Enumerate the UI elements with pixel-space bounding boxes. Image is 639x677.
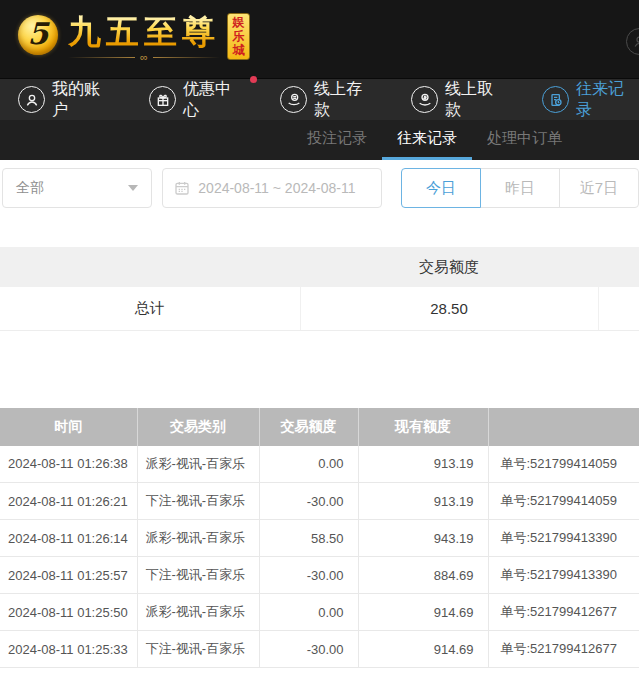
transactions-header-row: 时间 交易类别 交易额度 现有额度 (0, 408, 639, 446)
cell-balance: 913.19 (358, 446, 488, 483)
cell-amount: -30.00 (259, 483, 358, 520)
cell-time: 2024-08-11 01:26:14 (0, 520, 137, 557)
cell-type: 派彩-视讯-百家乐 (137, 520, 259, 557)
cell-amount: 0.00 (259, 446, 358, 483)
nav-label: 优惠中心 (183, 79, 246, 121)
date-range-input[interactable]: 2024-08-11 ~ 2024-08-11 (162, 168, 382, 208)
cell-balance: 914.69 (358, 594, 488, 631)
brand-header: 5 九五至尊 ∞ 娱 乐 城 (0, 0, 639, 78)
withdraw-icon (411, 86, 438, 113)
cell-type: 派彩-视讯-百家乐 (137, 446, 259, 483)
cell-amount: 58.50 (259, 520, 358, 557)
cell-amount: -30.00 (259, 557, 358, 594)
cell-time: 2024-08-11 01:26:38 (0, 446, 137, 483)
brand-title: 九五至尊 (68, 15, 220, 48)
col-header-type: 交易类别 (137, 408, 259, 446)
cell-type: 派彩-视讯-百家乐 (137, 594, 259, 631)
today-button[interactable]: 今日 (401, 168, 481, 208)
nav-label: 线上取款 (445, 79, 508, 121)
table-row: 2024-08-11 01:25:57 下注-视讯-百家乐 -30.00 884… (0, 557, 639, 594)
cell-balance: 884.69 (358, 557, 488, 594)
transactions-table: 时间 交易类别 交易额度 现有额度 2024-08-11 01:26:38 派彩… (0, 408, 639, 669)
cell-type: 下注-视讯-百家乐 (137, 483, 259, 520)
gift-icon (149, 86, 176, 113)
brand-logo-glyph: 5 (28, 19, 49, 49)
record-tabs: 投注记录 往来记录 处理中订单 (0, 120, 639, 160)
nav-item-withdraw[interactable]: 线上取款 (411, 79, 508, 121)
tab-betting-records[interactable]: 投注记录 (292, 120, 382, 160)
col-header-time: 时间 (0, 408, 137, 446)
brand-logo[interactable]: 5 (18, 15, 58, 55)
cell-balance: 914.69 (358, 631, 488, 668)
nav-label: 我的账户 (52, 79, 115, 121)
nav-label: 往来记录 (576, 79, 639, 121)
brand-block: 九五至尊 ∞ (68, 15, 220, 64)
table-row: 2024-08-11 01:26:21 下注-视讯-百家乐 -30.00 913… (0, 483, 639, 520)
cell-order: 单号:521799414059 (488, 446, 639, 483)
records-icon (542, 86, 569, 113)
col-header-order (488, 408, 639, 446)
nav-item-transaction-records[interactable]: 往来记录 (542, 79, 639, 121)
cell-order: 单号:521799413390 (488, 520, 639, 557)
cell-time: 2024-08-11 01:25:33 (0, 631, 137, 668)
cell-order: 单号:521799414059 (488, 483, 639, 520)
category-select-value: 全部 (16, 179, 44, 197)
tab-pending-orders[interactable]: 处理中订单 (472, 120, 577, 160)
summary-total-row: 总计 28.50 (0, 287, 639, 330)
cell-time: 2024-08-11 01:25:50 (0, 594, 137, 631)
cell-balance: 943.19 (358, 520, 488, 557)
cell-amount: -30.00 (259, 631, 358, 668)
cell-time: 2024-08-11 01:25:57 (0, 557, 137, 594)
cell-type: 下注-视讯-百家乐 (137, 557, 259, 594)
table-row: 2024-08-11 01:26:14 派彩-视讯-百家乐 58.50 943.… (0, 520, 639, 557)
cell-type: 下注-视讯-百家乐 (137, 631, 259, 668)
cell-order: 单号:521799412677 (488, 594, 639, 631)
customer-service-icon[interactable] (626, 28, 639, 55)
col-header-balance: 现有额度 (358, 408, 488, 446)
yesterday-button[interactable]: 昨日 (480, 168, 560, 208)
summary-header-amount: 交易额度 (300, 247, 598, 287)
brand-flourish: ∞ (68, 52, 220, 64)
badge-char: 乐 (233, 29, 245, 43)
quick-date-buttons: 今日 昨日 近7日 (401, 168, 639, 220)
flourish-glyph: ∞ (135, 52, 153, 63)
cell-amount: 0.00 (259, 594, 358, 631)
badge-char: 城 (233, 43, 245, 57)
tab-transaction-records[interactable]: 往来记录 (382, 120, 472, 160)
table-row: 2024-08-11 01:26:38 派彩-视讯-百家乐 0.00 913.1… (0, 446, 639, 483)
notification-dot (250, 76, 257, 83)
chevron-down-icon (128, 185, 138, 191)
summary-table: 交易额度 总计 28.50 (0, 247, 639, 331)
main-nav: 我的账户 优惠中心 线上存款 线上取款 (0, 78, 639, 120)
cell-balance: 913.19 (358, 483, 488, 520)
col-header-amount: 交易额度 (259, 408, 358, 446)
badge-char: 娱 (233, 15, 245, 29)
summary-total-value: 28.50 (300, 287, 598, 330)
summary-header-row: 交易额度 (0, 247, 639, 287)
summary-total-label: 总计 (0, 287, 300, 330)
category-select[interactable]: 全部 (2, 168, 152, 208)
transactions-body: 2024-08-11 01:26:38 派彩-视讯-百家乐 0.00 913.1… (0, 446, 639, 668)
calendar-icon (174, 180, 190, 196)
nav-item-promotions[interactable]: 优惠中心 (149, 79, 246, 121)
table-row: 2024-08-11 01:25:50 派彩-视讯-百家乐 0.00 914.6… (0, 594, 639, 631)
summary-header-empty (0, 247, 300, 287)
nav-label: 线上存款 (314, 79, 377, 121)
filter-bar: 全部 2024-08-11 ~ 2024-08-11 今日 昨日 近7日 (0, 160, 639, 220)
cell-time: 2024-08-11 01:26:21 (0, 483, 137, 520)
deposit-icon (280, 86, 307, 113)
table-row: 2024-08-11 01:25:33 下注-视讯-百家乐 -30.00 914… (0, 631, 639, 668)
cell-order: 单号:521799412677 (488, 631, 639, 668)
cell-order: 单号:521799413390 (488, 557, 639, 594)
user-icon (18, 86, 45, 113)
nav-item-deposit[interactable]: 线上存款 (280, 79, 377, 121)
last7days-button[interactable]: 近7日 (559, 168, 639, 208)
nav-item-my-account[interactable]: 我的账户 (18, 79, 115, 121)
brand-badge: 娱 乐 城 (227, 13, 250, 60)
date-range-value: 2024-08-11 ~ 2024-08-11 (198, 180, 355, 196)
